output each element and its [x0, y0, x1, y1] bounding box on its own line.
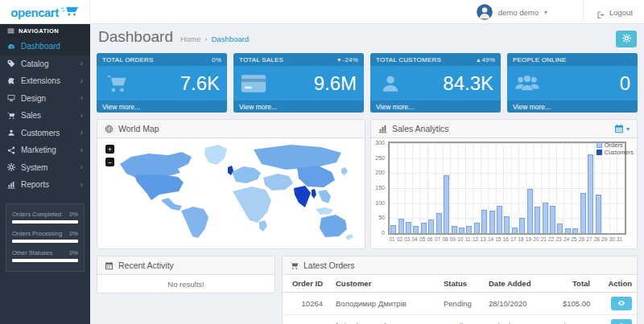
calendar-icon	[614, 124, 624, 133]
tile-people-online: PEOPLE ONLINE0View more...	[507, 53, 638, 113]
tile-percent: ▴49%	[477, 56, 495, 64]
chart-bar-day-12	[474, 223, 480, 233]
avatar	[477, 4, 493, 20]
logout-label: Logout	[609, 8, 633, 17]
sidebar-item-marketing[interactable]: Marketing›	[0, 141, 90, 159]
world-map[interactable]	[110, 141, 356, 244]
stat-label: Other Statuses	[12, 249, 52, 256]
sidebar-item-sales[interactable]: Sales›	[0, 107, 90, 125]
chevron-right-icon: ›	[80, 94, 83, 102]
sidebar-item-label: Design	[21, 94, 46, 103]
chart-bar-day-26	[580, 193, 586, 233]
column-action: Action	[597, 275, 638, 293]
logo-text: opencart	[10, 6, 58, 19]
legend-swatch	[597, 142, 602, 148]
puzzle-icon	[7, 77, 15, 85]
sidebar-item-design[interactable]: Design›	[0, 90, 90, 108]
chart-range-button[interactable]: ▾	[614, 124, 630, 133]
user-name: demo demo	[498, 8, 539, 17]
stat-orders-completed: Orders Completed0%	[12, 211, 78, 224]
sidebar-item-catalog[interactable]: Catalog›	[0, 55, 90, 73]
page-title: Dashboard	[98, 28, 173, 46]
chart-bar-day-13	[481, 210, 487, 233]
table-row: 10262fatimah mustafaPending28/10/2020$10…	[283, 315, 638, 324]
tile-view-more-link[interactable]: View more...	[370, 100, 501, 113]
caret-up-icon: ▴	[477, 56, 480, 64]
chart-bar-day-16	[504, 216, 510, 233]
chevron-right-icon: ›	[80, 181, 83, 189]
caret-down-icon: ▾	[337, 56, 341, 64]
stat-value: 0%	[69, 249, 78, 256]
sidebar-item-label: Sales	[21, 111, 41, 120]
sidebar-item-dashboard[interactable]: Dashboard	[0, 38, 90, 55]
tile-total-customers: TOTAL CUSTOMERS▴49%84.3KView more...	[370, 53, 501, 113]
chart-bar-day-07	[436, 213, 442, 233]
sidebar-stats: Orders Completed0%Orders Processing0%Oth…	[6, 203, 85, 272]
stat-tiles: TOTAL ORDERS0%7.6KView more...TOTAL SALE…	[97, 53, 638, 113]
table-row: 10264Володимир ДмитрівPending28/10/2020$…	[283, 293, 638, 315]
cart-icon	[290, 261, 299, 270]
chevron-down-icon: ▾	[544, 9, 547, 16]
recent-activity-header: Recent Activity	[97, 256, 275, 275]
x-axis-tick: 31	[616, 236, 624, 242]
chart-bar-day-03	[406, 222, 411, 233]
chart-bar-day-05	[421, 223, 427, 233]
chart-bar-day-10	[459, 228, 464, 233]
chart-bar-day-27	[588, 154, 593, 233]
latest-orders-header: Latest Orders	[283, 256, 637, 275]
tile-value: 7.6K	[180, 72, 220, 95]
cell-customer: Володимир Дмитрів	[329, 293, 437, 315]
cell-date-added: 28/10/2020	[482, 293, 556, 315]
chart-bar-day-15	[497, 206, 502, 233]
sidebar-item-reports[interactable]: Reports›	[0, 176, 90, 194]
breadcrumb-home[interactable]: Home	[180, 35, 200, 43]
tile-view-more-link[interactable]: View more...	[233, 100, 364, 113]
top-bar: opencart demo demo ▾ Logout	[0, 0, 644, 24]
latest-orders-title: Latest Orders	[303, 260, 355, 270]
table-header-row: Order IDCustomerStatusDate AddedTotalAct…	[283, 275, 638, 293]
sidebar-nav: DashboardCatalog›Extensions›Design›Sales…	[0, 38, 90, 194]
chart-bar-day-09	[452, 226, 457, 233]
y-axis-tick: 50	[371, 215, 385, 220]
tag-icon	[7, 59, 15, 68]
stat-label: Orders Completed	[12, 211, 61, 218]
eye-icon	[617, 320, 625, 324]
bar-chart-icon	[378, 125, 387, 133]
logout-icon	[597, 8, 605, 17]
view-order-button[interactable]	[611, 319, 632, 324]
map-zoom-in-button[interactable]: +	[105, 145, 114, 154]
cell-total: $105.00	[556, 293, 597, 315]
navigation-title: NAVIGATION	[19, 27, 59, 35]
tile-view-more-link[interactable]: View more...	[507, 100, 638, 113]
column-order-id: Order ID	[283, 275, 329, 293]
cart-icon	[104, 73, 130, 94]
chevron-right-icon: ›	[80, 59, 83, 68]
tile-title: TOTAL CUSTOMERS	[376, 56, 441, 64]
tile-total-sales: TOTAL SALES▾-24%9.6MView more...	[233, 53, 364, 113]
logout-button[interactable]: Logout	[583, 0, 633, 24]
tile-view-more-link[interactable]: View more...	[97, 100, 227, 113]
view-order-button[interactable]	[611, 297, 632, 310]
dashboard-settings-button[interactable]	[616, 31, 637, 47]
sidebar-item-system[interactable]: System›	[0, 159, 90, 177]
recent-activity-panel: Recent Activity No results!	[97, 256, 275, 293]
sidebar-item-label: System	[21, 163, 47, 172]
cart-logo-icon	[61, 5, 79, 20]
sidebar-item-extensions[interactable]: Extensions›	[0, 72, 90, 90]
legend-label: Customers	[605, 149, 634, 156]
gear-icon	[622, 33, 631, 45]
legend-customers: Customers	[597, 149, 634, 156]
user-menu[interactable]: demo demo ▾	[477, 0, 547, 24]
breadcrumb-current[interactable]: Dashboard	[211, 35, 248, 43]
sales-analytics-header: Sales Analytics ▾	[371, 120, 637, 138]
map-zoom-out-button[interactable]: −	[105, 158, 114, 166]
breadcrumb-separator: ›	[204, 35, 207, 43]
chevron-down-icon: ▾	[626, 125, 630, 133]
sidebar-item-customers[interactable]: Customers›	[0, 125, 90, 142]
world-map-panel: World Map	[97, 119, 365, 249]
cell-status: Pending	[437, 293, 482, 315]
opencart-logo[interactable]: opencart	[0, 0, 90, 24]
chart-bar-day-01	[390, 225, 396, 233]
progress-bar	[12, 220, 78, 224]
chart-bar-day-02	[398, 219, 404, 233]
